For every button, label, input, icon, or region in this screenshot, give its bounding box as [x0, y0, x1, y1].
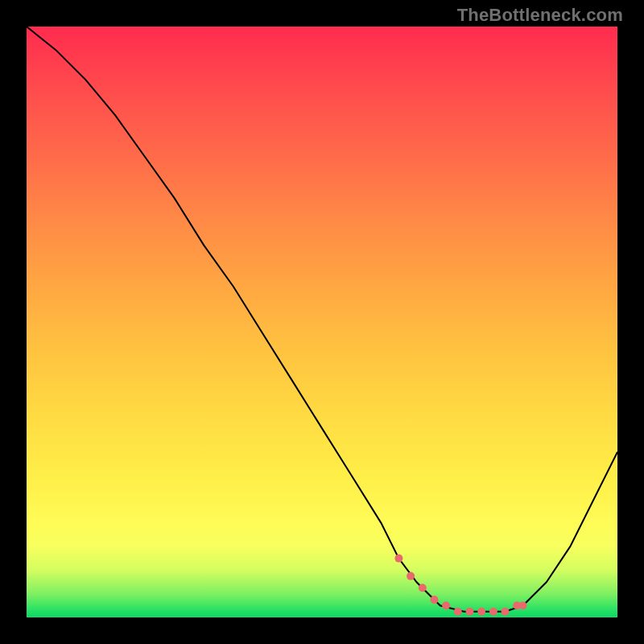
valley-marker: [466, 608, 474, 616]
chart-svg: [27, 27, 617, 617]
valley-marker: [489, 608, 497, 616]
valley-marker: [394, 555, 402, 563]
valley-marker: [442, 601, 450, 609]
chart-container: TheBottleneck.com: [0, 0, 644, 644]
attribution-label: TheBottleneck.com: [457, 5, 623, 26]
valley-marker: [519, 601, 527, 609]
bottleneck-curve: [27, 27, 617, 612]
valley-marker: [431, 596, 439, 604]
valley-marker: [419, 584, 427, 592]
valley-marker: [407, 572, 415, 580]
valley-markers: [394, 555, 526, 616]
valley-marker: [502, 608, 510, 616]
valley-marker: [477, 608, 485, 616]
valley-marker: [454, 608, 462, 616]
